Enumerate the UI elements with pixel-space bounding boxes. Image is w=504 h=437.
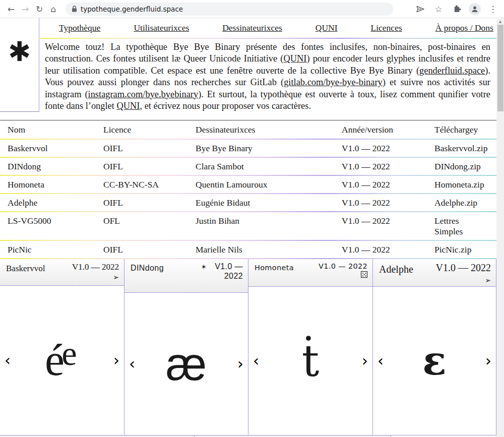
nav-link-utilisateurixces[interactable]: Utilisateurixces bbox=[134, 23, 189, 33]
profile-avatar-icon[interactable] bbox=[469, 3, 481, 15]
table-row: PicNicOIFLMarielle NilsV1.0 — 2022PicNic… bbox=[0, 241, 496, 258]
font-card-homoneta: HomonetaV1.0 — 2022‹ṫ› bbox=[248, 259, 373, 435]
licence-cell: OIFL bbox=[103, 241, 196, 258]
next-glyph-chevron-icon[interactable]: › bbox=[485, 353, 491, 368]
arrow-icon: ➢ bbox=[113, 273, 119, 281]
designer-cell: Marielle Nils bbox=[196, 241, 342, 258]
back-button[interactable]: ← bbox=[4, 2, 18, 16]
download-link[interactable]: Baskervvol.zip bbox=[434, 140, 496, 157]
send-icon[interactable] bbox=[414, 2, 426, 16]
intro-paragraph: Welcome touz! La typothèque Bye Bye Bina… bbox=[40, 39, 496, 116]
browser-menu-icon[interactable]: ⋮ bbox=[487, 2, 499, 16]
version-cell: V1.0 — 2022 bbox=[342, 194, 434, 211]
preview-glyph: æ bbox=[166, 341, 207, 387]
licence-cell: OIFL bbox=[103, 140, 196, 157]
font-card-baskervvol: BaskervvolV1.0 — 2022➢‹ée› bbox=[0, 259, 124, 435]
intro-link[interactable]: gitlab.com/bye-bye-binary bbox=[284, 77, 383, 87]
nav-link--propos-dons[interactable]: À propos / Dons bbox=[435, 23, 493, 33]
licence-cell: CC-BY-NC-SA bbox=[103, 176, 196, 193]
version-cell: V1.0 — 2022 bbox=[342, 140, 434, 157]
table-row: AdelpheOIFLEugénie BidautV1.0 — 2022Adel… bbox=[0, 194, 496, 211]
font-name-cell: DINdong bbox=[8, 158, 103, 175]
prev-glyph-chevron-icon[interactable]: ‹ bbox=[253, 353, 259, 368]
url-text: typotheque.genderfluid.space bbox=[81, 5, 183, 13]
column-header: Dessinateurixces bbox=[196, 120, 342, 139]
font-name-cell: Adelphe bbox=[8, 194, 103, 211]
card-font-name: DINdong bbox=[131, 264, 164, 273]
nav-link-licences[interactable]: Licences bbox=[371, 23, 402, 33]
nav-link-typoth-que[interactable]: Typothèque bbox=[59, 23, 100, 33]
licence-cell: OFL bbox=[103, 212, 196, 229]
intro-link[interactable]: genderfluid.space bbox=[419, 66, 485, 76]
card-header: DINdongV1.0 — 2022✶ bbox=[124, 259, 248, 293]
browser-toolbar: ← → ↻ ⌂ typotheque.genderfluid.space ☆ ⋮ bbox=[0, 0, 504, 18]
forward-button[interactable]: → bbox=[18, 2, 32, 16]
next-glyph-chevron-icon[interactable]: › bbox=[113, 353, 119, 368]
next-glyph-chevron-icon[interactable]: › bbox=[237, 356, 243, 371]
intro-link[interactable]: QUNI bbox=[117, 101, 140, 111]
preview-glyph: ɛ bbox=[422, 341, 446, 381]
designer-cell: Bye Bye Binary bbox=[196, 140, 342, 157]
card-font-name: Baskervvol bbox=[6, 264, 45, 274]
font-card-dindong: DINdongV1.0 — 2022✶‹æ› bbox=[124, 259, 248, 435]
arrow-icon: ➢ bbox=[485, 276, 491, 284]
extensions-puzzle-icon[interactable] bbox=[451, 2, 463, 16]
card-header: HomonetaV1.0 — 2022 bbox=[248, 259, 372, 287]
scrollbar-up-icon[interactable]: ▲ bbox=[496, 18, 504, 24]
reload-button[interactable]: ↻ bbox=[32, 2, 46, 16]
version-cell: V1.0 — 2022 bbox=[342, 212, 434, 229]
bookmark-star-icon[interactable]: ☆ bbox=[432, 2, 445, 16]
prev-glyph-chevron-icon[interactable]: ‹ bbox=[129, 356, 135, 371]
download-link[interactable]: Homoneta.zip bbox=[434, 176, 496, 193]
nav-link-quni[interactable]: QUNI bbox=[316, 23, 338, 33]
designer-cell: Eugénie Bidaut bbox=[196, 194, 342, 211]
page: ✱ TypothèqueUtilisateurixcesDessinateuri… bbox=[0, 18, 504, 437]
font-name-cell: Homoneta bbox=[8, 176, 103, 193]
lock-icon bbox=[72, 6, 77, 12]
licence-cell: OIFL bbox=[103, 194, 196, 211]
dice-icon bbox=[361, 271, 367, 278]
prev-glyph-chevron-icon[interactable]: ‹ bbox=[5, 353, 11, 368]
table-row: LS-VG5000OFLJustin BihanV1.0 — 2022Lettr… bbox=[0, 212, 496, 240]
site-logo[interactable]: ✱ bbox=[0, 18, 39, 112]
scrollbar-thumb[interactable] bbox=[497, 25, 503, 111]
card-header: BaskervvolV1.0 — 2022➢ bbox=[0, 259, 124, 286]
table-row: HomonetaCC-BY-NC-SAQuentin LamourouxV1.0… bbox=[0, 176, 496, 193]
font-name-cell: Baskervvol bbox=[8, 140, 103, 157]
fonts-table: NomLicenceDessinateurixcesAnnée/versionT… bbox=[0, 120, 496, 258]
version-cell: V1.0 — 2022 bbox=[342, 158, 434, 175]
prev-glyph-chevron-icon[interactable]: ‹ bbox=[377, 353, 384, 368]
column-header: Nom bbox=[8, 120, 103, 139]
column-header: Téléchargey bbox=[434, 120, 496, 139]
font-name-cell: LS-VG5000 bbox=[8, 212, 103, 229]
table-row: BaskervvolOIFLBye Bye BinaryV1.0 — 2022B… bbox=[0, 140, 496, 157]
table-header-row: NomLicenceDessinateurixcesAnnée/versionT… bbox=[0, 120, 496, 139]
download-link[interactable]: Lettres Simples bbox=[434, 212, 470, 240]
card-icon-line: ➢ bbox=[6, 273, 119, 281]
glyph-part: e bbox=[61, 336, 77, 371]
asterisk-logo-icon[interactable]: ✱ bbox=[8, 38, 31, 66]
home-button[interactable]: ⌂ bbox=[46, 2, 60, 16]
main-nav: TypothèqueUtilisateurixcesDessinateurixc… bbox=[40, 18, 496, 38]
next-glyph-chevron-icon[interactable]: › bbox=[362, 353, 368, 368]
nav-link-dessinateurixces[interactable]: Dessinateurixces bbox=[222, 23, 282, 33]
licence-cell: OIFL bbox=[103, 158, 196, 175]
intro-text: , et écrivez nous pour proposer vos cara… bbox=[140, 101, 311, 111]
card-font-name: Adelphe bbox=[379, 264, 413, 275]
intro-link[interactable]: QUNI bbox=[283, 53, 306, 64]
url-bar[interactable]: typotheque.genderfluid.space bbox=[66, 3, 393, 16]
download-link[interactable]: Adelphe.zip bbox=[434, 194, 496, 211]
version-cell: V1.0 — 2022 bbox=[342, 241, 434, 258]
font-card-adelphe: AdelpheV1.0 — 2022➢‹ɛ› bbox=[373, 259, 496, 435]
designer-cell: Quentin Lamouroux bbox=[196, 176, 342, 193]
glyph-preview-area: ‹ṫ› bbox=[248, 287, 372, 435]
designer-cell: Clara Sambot bbox=[196, 158, 342, 175]
download-link[interactable]: DINdong.zip bbox=[434, 158, 496, 175]
card-version: V1.0 — 2022 bbox=[207, 262, 243, 281]
designer-cell: Justin Bihan bbox=[196, 212, 342, 229]
download-link[interactable]: PicNic.zip bbox=[434, 241, 496, 258]
page-scrollbar[interactable]: ▲ bbox=[496, 18, 504, 437]
intro-link[interactable]: instagram.com/bye.byebinary bbox=[88, 89, 199, 99]
font-preview-cards: BaskervvolV1.0 — 2022➢‹ée›DINdongV1.0 — … bbox=[0, 259, 496, 435]
glyph-preview-area: ‹æ› bbox=[124, 293, 248, 435]
